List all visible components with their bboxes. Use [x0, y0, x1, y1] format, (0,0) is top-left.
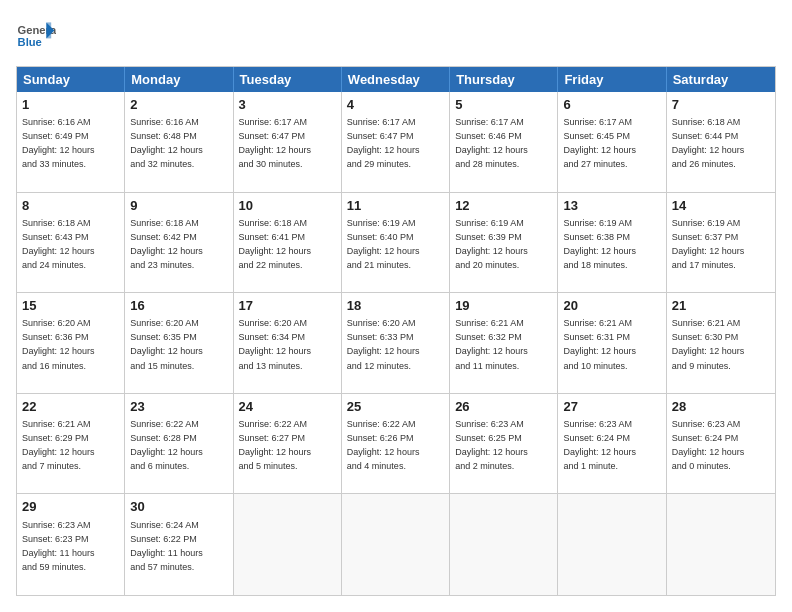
table-row: 27Sunrise: 6:23 AMSunset: 6:24 PMDayligh… — [558, 394, 666, 494]
calendar-body: 1Sunrise: 6:16 AMSunset: 6:49 PMDaylight… — [17, 92, 775, 595]
calendar: SundayMondayTuesdayWednesdayThursdayFrid… — [16, 66, 776, 596]
header-day-monday: Monday — [125, 67, 233, 92]
table-row: 20Sunrise: 6:21 AMSunset: 6:31 PMDayligh… — [558, 293, 666, 393]
header-day-saturday: Saturday — [667, 67, 775, 92]
table-row: 26Sunrise: 6:23 AMSunset: 6:25 PMDayligh… — [450, 394, 558, 494]
table-row — [558, 494, 666, 595]
table-row: 30Sunrise: 6:24 AMSunset: 6:22 PMDayligh… — [125, 494, 233, 595]
header-day-tuesday: Tuesday — [234, 67, 342, 92]
table-row: 24Sunrise: 6:22 AMSunset: 6:27 PMDayligh… — [234, 394, 342, 494]
table-row: 29Sunrise: 6:23 AMSunset: 6:23 PMDayligh… — [17, 494, 125, 595]
table-row: 10Sunrise: 6:18 AMSunset: 6:41 PMDayligh… — [234, 193, 342, 293]
table-row: 4Sunrise: 6:17 AMSunset: 6:47 PMDaylight… — [342, 92, 450, 192]
table-row — [234, 494, 342, 595]
table-row: 18Sunrise: 6:20 AMSunset: 6:33 PMDayligh… — [342, 293, 450, 393]
table-row: 6Sunrise: 6:17 AMSunset: 6:45 PMDaylight… — [558, 92, 666, 192]
table-row: 19Sunrise: 6:21 AMSunset: 6:32 PMDayligh… — [450, 293, 558, 393]
svg-marker-3 — [46, 22, 51, 38]
table-row: 17Sunrise: 6:20 AMSunset: 6:34 PMDayligh… — [234, 293, 342, 393]
header-day-wednesday: Wednesday — [342, 67, 450, 92]
table-row: 22Sunrise: 6:21 AMSunset: 6:29 PMDayligh… — [17, 394, 125, 494]
table-row: 13Sunrise: 6:19 AMSunset: 6:38 PMDayligh… — [558, 193, 666, 293]
svg-text:Blue: Blue — [18, 36, 42, 48]
table-row: 9Sunrise: 6:18 AMSunset: 6:42 PMDaylight… — [125, 193, 233, 293]
table-row: 21Sunrise: 6:21 AMSunset: 6:30 PMDayligh… — [667, 293, 775, 393]
table-row: 12Sunrise: 6:19 AMSunset: 6:39 PMDayligh… — [450, 193, 558, 293]
header: General Blue — [16, 16, 776, 56]
header-day-sunday: Sunday — [17, 67, 125, 92]
week-2: 8Sunrise: 6:18 AMSunset: 6:43 PMDaylight… — [17, 193, 775, 294]
table-row: 2Sunrise: 6:16 AMSunset: 6:48 PMDaylight… — [125, 92, 233, 192]
table-row: 11Sunrise: 6:19 AMSunset: 6:40 PMDayligh… — [342, 193, 450, 293]
week-4: 22Sunrise: 6:21 AMSunset: 6:29 PMDayligh… — [17, 394, 775, 495]
table-row: 16Sunrise: 6:20 AMSunset: 6:35 PMDayligh… — [125, 293, 233, 393]
table-row: 23Sunrise: 6:22 AMSunset: 6:28 PMDayligh… — [125, 394, 233, 494]
calendar-header: SundayMondayTuesdayWednesdayThursdayFrid… — [17, 67, 775, 92]
table-row — [667, 494, 775, 595]
table-row: 25Sunrise: 6:22 AMSunset: 6:26 PMDayligh… — [342, 394, 450, 494]
table-row: 14Sunrise: 6:19 AMSunset: 6:37 PMDayligh… — [667, 193, 775, 293]
table-row: 7Sunrise: 6:18 AMSunset: 6:44 PMDaylight… — [667, 92, 775, 192]
table-row: 15Sunrise: 6:20 AMSunset: 6:36 PMDayligh… — [17, 293, 125, 393]
week-3: 15Sunrise: 6:20 AMSunset: 6:36 PMDayligh… — [17, 293, 775, 394]
logo: General Blue — [16, 16, 60, 56]
table-row: 1Sunrise: 6:16 AMSunset: 6:49 PMDaylight… — [17, 92, 125, 192]
header-day-friday: Friday — [558, 67, 666, 92]
page: General Blue SundayMondayTuesdayWednesda… — [0, 0, 792, 612]
week-1: 1Sunrise: 6:16 AMSunset: 6:49 PMDaylight… — [17, 92, 775, 193]
table-row: 3Sunrise: 6:17 AMSunset: 6:47 PMDaylight… — [234, 92, 342, 192]
table-row — [342, 494, 450, 595]
table-row: 5Sunrise: 6:17 AMSunset: 6:46 PMDaylight… — [450, 92, 558, 192]
header-day-thursday: Thursday — [450, 67, 558, 92]
table-row — [450, 494, 558, 595]
week-5: 29Sunrise: 6:23 AMSunset: 6:23 PMDayligh… — [17, 494, 775, 595]
logo-icon: General Blue — [16, 16, 56, 56]
table-row: 8Sunrise: 6:18 AMSunset: 6:43 PMDaylight… — [17, 193, 125, 293]
table-row: 28Sunrise: 6:23 AMSunset: 6:24 PMDayligh… — [667, 394, 775, 494]
